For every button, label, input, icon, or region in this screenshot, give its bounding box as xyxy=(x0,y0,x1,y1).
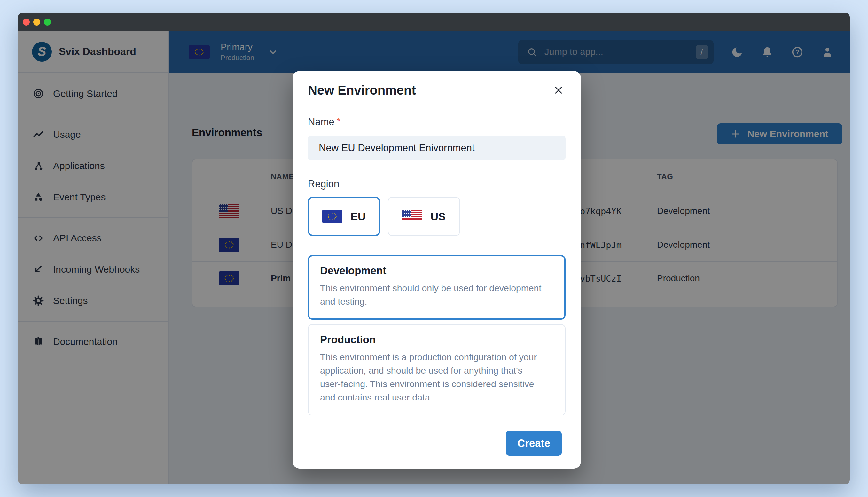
environment-type-production[interactable]: Production This environment is a product… xyxy=(308,324,566,415)
minimize-window-button[interactable] xyxy=(33,18,40,26)
us-flag-icon xyxy=(402,210,422,223)
region-option-eu[interactable]: EU xyxy=(308,197,380,236)
region-code: EU xyxy=(351,210,366,223)
region-option-us[interactable]: US xyxy=(388,197,460,236)
close-window-button[interactable] xyxy=(23,18,30,26)
type-title: Development xyxy=(320,265,553,277)
type-description: This environment is a production configu… xyxy=(320,350,544,404)
window-titlebar xyxy=(18,13,850,31)
environment-type-development[interactable]: Development This environment should only… xyxy=(308,255,566,320)
modal-title: New Environment xyxy=(308,83,416,98)
create-button[interactable]: Create xyxy=(506,431,562,456)
type-description: This environment should only be used for… xyxy=(320,281,544,308)
name-label: Name* xyxy=(308,116,566,128)
eu-flag-icon xyxy=(322,210,342,223)
environment-name-input[interactable] xyxy=(308,136,566,160)
required-marker: * xyxy=(337,116,341,126)
close-icon[interactable] xyxy=(552,83,566,97)
region-label: Region xyxy=(308,178,566,190)
new-environment-modal: New Environment Name* Region EU US Devel… xyxy=(293,71,581,469)
region-code: US xyxy=(430,210,445,223)
type-title: Production xyxy=(320,334,553,346)
zoom-window-button[interactable] xyxy=(44,18,51,26)
